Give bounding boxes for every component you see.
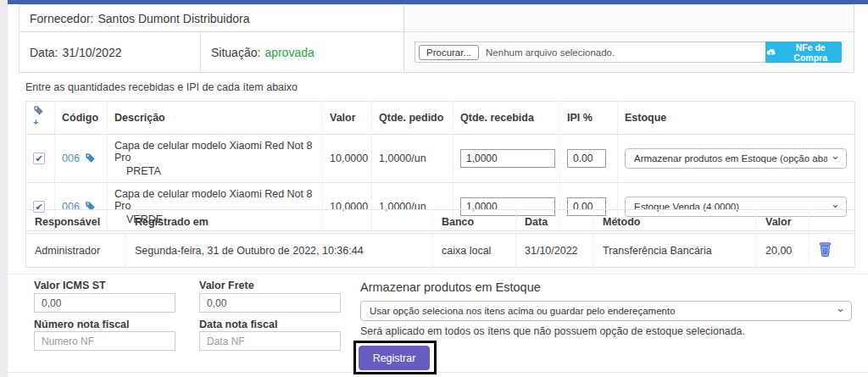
purchase-header-box: Fornecedor: Santos Dumont Distribuidora …: [19, 4, 854, 73]
nfe-upload-cell: Procurar... Nenhum arquivo selecionado. …: [404, 32, 854, 72]
item-1-qtde-pedido: 1,0000/un: [372, 135, 453, 183]
item-1-ipi-input[interactable]: [567, 149, 606, 168]
delete-payment-button[interactable]: [818, 241, 832, 260]
col-valor: Valor: [323, 102, 372, 135]
tag-icon[interactable]: [85, 152, 96, 164]
col-data: Data: [516, 210, 594, 234]
status-label: Situação:: [211, 46, 260, 59]
payments-header-row: Responsável Registrado em Banco Data Mét…: [26, 210, 855, 234]
item-1-estoque-select[interactable]: Armazenar produtos em Estoque (opção aba…: [625, 148, 847, 169]
select-all-header[interactable]: +: [26, 102, 55, 135]
payment-valor: 20,00: [757, 234, 810, 268]
file-input[interactable]: Procurar... Nenhum arquivo selecionado.: [415, 42, 765, 63]
estoque-heading: Armazenar produtos em Estoque: [360, 280, 541, 294]
col-responsavel: Responsável: [26, 210, 126, 234]
item-1-checkbox[interactable]: ✔: [33, 152, 45, 164]
date-cell: Data: 31/10/2022: [19, 32, 201, 72]
item-row-1: ✔ 006 Capa de celular modelo Xiaomi Red …: [26, 135, 855, 183]
date-label: Data:: [30, 46, 58, 59]
supplier-row-filler: [404, 5, 854, 31]
frete-input[interactable]: [199, 293, 341, 313]
payments-table: Responsável Registrado em Banco Data Mét…: [25, 209, 855, 268]
items-instruction: Entre as quantidades recebidas e IPI de …: [25, 81, 298, 93]
estoque-note: Será aplicado em todos os ítens que não …: [360, 325, 745, 337]
icms-label: Valor ICMS ST: [34, 280, 106, 291]
col-ipi: IPI %: [560, 102, 618, 135]
item-1-valor: 10,0000: [323, 135, 372, 183]
col-valor: Valor: [757, 210, 810, 234]
page-left-margin: [0, 0, 8, 377]
col-metodo: Método: [594, 210, 757, 234]
col-qtde-pedido: Qtde. pedido: [372, 102, 453, 135]
col-estoque: Estoque: [618, 102, 855, 135]
nfe-upload-label: NFe de Compra: [779, 42, 842, 63]
no-file-text: Nenhum arquivo selecionado.: [486, 47, 615, 58]
date-value: 31/10/2022: [62, 46, 121, 59]
icms-input[interactable]: [34, 293, 175, 313]
payment-banco: caixa local: [433, 234, 516, 268]
frete-label: Valor Frete: [199, 280, 254, 291]
cloud-upload-icon: [765, 47, 776, 57]
nfe-upload-button[interactable]: NFe de Compra: [765, 42, 842, 63]
items-header-row: + Código Descrição Valor Qtde. pedido Qt…: [26, 102, 855, 135]
item-1-qtde-recebida-input[interactable]: [460, 149, 555, 168]
item-1-description: Capa de celular modelo Xiaomi Red Not 8 …: [108, 135, 323, 183]
supplier-label: Fornecedor:: [30, 12, 93, 25]
browse-button[interactable]: Procurar...: [419, 45, 479, 60]
col-qtde-recebida: Qtde. recebida: [453, 102, 560, 135]
payment-registrado-em: Segunda-feira, 31 de Outubro de 2022, 10…: [126, 234, 433, 268]
nf-date-label: Data nota fiscal: [199, 319, 277, 330]
trash-icon: [818, 241, 832, 258]
file-upload-group: Procurar... Nenhum arquivo selecionado. …: [415, 42, 842, 63]
status-badge: aprovada: [264, 46, 314, 59]
tag-icon: [33, 105, 44, 116]
supplier-row: Fornecedor: Santos Dumont Distribuidora: [19, 5, 854, 32]
plus-icon: +: [33, 117, 38, 127]
col-banco: Banco: [433, 210, 516, 234]
supplier-cell: Fornecedor: Santos Dumont Distribuidora: [19, 5, 404, 31]
purchase-receiving-page: Fornecedor: Santos Dumont Distribuidora …: [0, 0, 868, 377]
nf-number-label: Número nota fiscal: [34, 319, 130, 330]
col-codigo: Código: [55, 102, 108, 135]
nf-date-input[interactable]: [199, 331, 341, 351]
payment-responsavel: Administrador: [26, 234, 126, 268]
supplier-value: Santos Dumont Distribuidora: [97, 12, 249, 25]
estoque-global-select[interactable]: Usar opção seleciona nos itens acima ou …: [360, 301, 852, 321]
register-button[interactable]: Registrar: [359, 346, 430, 370]
col-actions: [810, 210, 855, 234]
item-1-code-link[interactable]: 006: [62, 152, 80, 164]
nf-number-input[interactable]: [34, 331, 175, 351]
status-cell: Situação: aprovada: [201, 32, 404, 72]
payment-metodo: Transferência Bancária: [594, 234, 757, 268]
payment-data: 31/10/2022: [516, 234, 594, 268]
payment-row: Administrador Segunda-feira, 31 de Outub…: [26, 234, 855, 268]
col-descricao: Descrição: [108, 102, 323, 135]
col-registrado-em: Registrado em: [126, 210, 433, 234]
date-status-row: Data: 31/10/2022 Situação: aprovada Proc…: [19, 32, 854, 72]
